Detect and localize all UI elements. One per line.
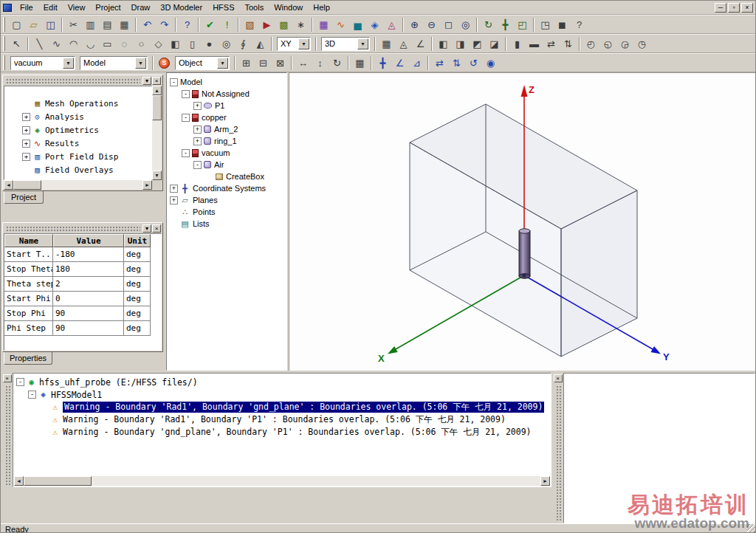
expand-toggle[interactable]: +	[193, 137, 202, 145]
duplicate-mirror-icon[interactable]: ⇄	[431, 55, 448, 71]
select-icon[interactable]: ↖	[8, 36, 25, 52]
expand-toggle[interactable]: +	[22, 153, 30, 161]
drawing-plane-select[interactable]: XY▼	[277, 37, 311, 51]
property-row[interactable]: Stop Theta180deg	[4, 262, 161, 277]
project-tab[interactable]: Project	[4, 191, 44, 204]
expand-toggle[interactable]: +	[193, 102, 202, 110]
boolean-unite-icon[interactable]: ⊞	[238, 55, 255, 71]
property-value[interactable]: 180	[53, 262, 124, 277]
selection-mode-select[interactable]: Model▼	[80, 56, 148, 70]
project-tree-item[interactable]: +⊙Analysis	[4, 110, 151, 123]
redo-icon[interactable]: ↷	[156, 17, 173, 32]
solution-data-icon[interactable]: ▦	[315, 17, 332, 32]
message-item[interactable]: -◉hfss_uhf_probe (E:/HFSS files/)	[13, 376, 551, 388]
scroll-right-icon[interactable]: ►	[540, 476, 550, 486]
vscroll-thumb[interactable]	[152, 95, 162, 120]
copy-icon[interactable]: ▥	[82, 17, 99, 32]
model-tree-item[interactable]: -Air	[167, 159, 286, 171]
pan-view-icon[interactable]: ╋	[497, 17, 514, 32]
measure-icon[interactable]: ∠	[412, 36, 429, 52]
panel-close-icon[interactable]: ×	[3, 374, 12, 382]
collapse-toggle[interactable]: -	[28, 391, 36, 399]
toolbar-grip[interactable]	[3, 55, 5, 70]
scroll-left-icon[interactable]: ◄	[4, 180, 13, 190]
model-3d-scene[interactable]: Z Y X	[289, 73, 756, 371]
collapse-toggle[interactable]: -	[182, 114, 190, 122]
chevron-down-icon[interactable]: ▼	[357, 38, 368, 49]
panel-menu-icon[interactable]: ▾	[142, 224, 151, 233]
model-tree-item[interactable]: +Arm_2	[167, 123, 286, 135]
menu-hfss[interactable]: HFSS	[207, 1, 239, 13]
column-header-value[interactable]: Value	[53, 234, 124, 247]
draw-torus-icon[interactable]: ◎	[218, 36, 235, 52]
message-item[interactable]: -◈HFSSModel1	[13, 388, 551, 401]
project-tree-vscrollbar[interactable]: ▲ ▼	[152, 86, 162, 180]
distribute-vertical-icon[interactable]: ▬	[526, 36, 543, 52]
active-material-sphere-icon[interactable]: S	[159, 58, 170, 69]
model-tree-item[interactable]: +▱Planes	[167, 194, 286, 206]
radiation-pattern-icon[interactable]: ◬	[383, 17, 400, 32]
cs-angle-icon[interactable]: ∠	[391, 55, 408, 71]
boolean-intersect-icon[interactable]: ⊠	[272, 55, 289, 71]
model-tree-item[interactable]: ▤Lists	[167, 218, 286, 230]
whats-this-help-icon[interactable]: ?	[179, 17, 196, 32]
mesh-operations-icon[interactable]: ▩	[275, 17, 292, 32]
properties-panel-header[interactable]: ▾ ×	[4, 224, 162, 233]
column-header-name[interactable]: Name	[4, 234, 53, 247]
message-hscrollbar[interactable]: ◄ ►	[14, 476, 550, 486]
boundary-display-icon[interactable]: ▧	[241, 17, 258, 32]
menu-window[interactable]: Window	[269, 1, 308, 13]
render-wireframe-icon[interactable]: ◳	[537, 17, 554, 32]
cs-axes-icon[interactable]: ╋	[374, 55, 391, 71]
boolean-subtract-icon[interactable]: ⊟	[255, 55, 272, 71]
help-icon[interactable]: ?	[571, 17, 588, 32]
view-bottom-icon[interactable]: ◵	[599, 36, 616, 52]
panel-drag-grip[interactable]	[6, 226, 140, 231]
align-top-icon[interactable]: ◩	[469, 36, 486, 52]
solve-setup-icon[interactable]: ∗	[292, 17, 309, 32]
scroll-right-icon[interactable]: ►	[142, 180, 152, 190]
property-row[interactable]: Phi Step90deg	[4, 321, 161, 336]
move-horizontal-icon[interactable]: ↔	[295, 55, 312, 71]
chevron-down-icon[interactable]: ▼	[298, 38, 309, 49]
render-shaded-icon[interactable]: ◼	[554, 17, 571, 32]
collapse-toggle[interactable]: -	[170, 78, 178, 86]
draw-arc-center-icon[interactable]: ◠	[65, 36, 82, 52]
collapse-toggle[interactable]: -	[182, 90, 190, 98]
chevron-down-icon[interactable]: ▼	[217, 58, 228, 69]
minimize-button[interactable]: ─	[715, 3, 726, 13]
analyze-all-icon[interactable]: !	[219, 17, 236, 32]
panel-menu-icon[interactable]: ▾	[142, 77, 151, 85]
model-tree-item[interactable]: +ring_1	[167, 135, 286, 147]
property-value[interactable]: 2	[53, 277, 124, 292]
menu-edit[interactable]: Edit	[38, 1, 63, 13]
toolbar-grip[interactable]	[3, 36, 5, 51]
rotate-view-icon[interactable]: ↻	[480, 17, 497, 32]
expand-toggle[interactable]: +	[22, 140, 30, 148]
model-tree-item[interactable]: -copper	[167, 111, 286, 123]
create-report-icon[interactable]: ▅	[349, 17, 366, 32]
probe-cylinder[interactable]	[519, 229, 530, 278]
results-plot-icon[interactable]: ∿	[332, 17, 349, 32]
align-right-icon[interactable]: ◨	[452, 36, 469, 52]
duplicate-along-line-icon[interactable]: ⇅	[448, 55, 465, 71]
model-tree-item[interactable]: +╋Coordinate Systems	[167, 182, 286, 194]
property-value[interactable]: -180	[53, 247, 124, 262]
view-left-icon[interactable]: ◶	[616, 36, 633, 52]
property-value[interactable]: 0	[53, 292, 124, 306]
distribute-horizontal-icon[interactable]: ▮	[509, 36, 526, 52]
draw-ellipse-icon[interactable]: ◌	[116, 36, 133, 52]
panel-drag-grip[interactable]	[556, 385, 561, 522]
expand-toggle[interactable]: +	[22, 126, 30, 134]
orient-isometric-icon[interactable]: ◰	[514, 17, 531, 32]
project-panel-header[interactable]: ▾ ×	[4, 76, 162, 86]
column-header-unit[interactable]: Unit	[124, 234, 151, 247]
property-row[interactable]: Start T...-180deg	[4, 247, 161, 262]
hscroll-thumb[interactable]	[13, 180, 41, 190]
property-row[interactable]: Start Phi0deg	[4, 292, 161, 306]
model-tree-item[interactable]: -Model	[167, 76, 286, 88]
scroll-left-icon[interactable]: ◄	[14, 476, 24, 486]
duplicate-around-axis-icon[interactable]: ↺	[465, 55, 482, 71]
draw-polygon-icon[interactable]: ◇	[150, 36, 167, 52]
property-row[interactable]: Theta step2deg	[4, 277, 161, 292]
